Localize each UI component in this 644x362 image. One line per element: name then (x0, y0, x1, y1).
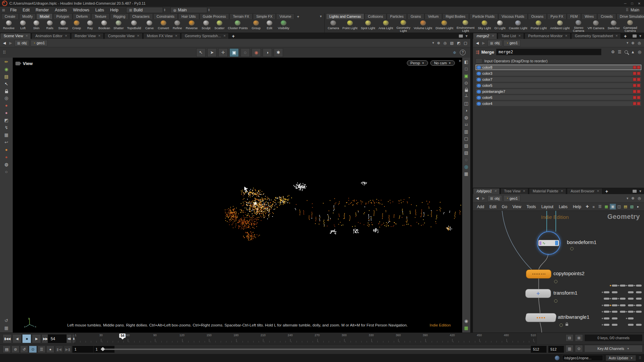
shelf-tool-topobuild[interactable]: TopoBuild (125, 19, 143, 33)
network-tab-material-palette[interactable]: Material Palette✕ (529, 188, 566, 194)
prev-key-icon[interactable]: ▮◀ (55, 346, 63, 353)
shelf-tab-rigging[interactable]: Rigging (110, 13, 129, 19)
shelf-tab-collisions[interactable]: Collisions (365, 13, 386, 19)
shelf-tool-spot-light[interactable]: Spot Light (359, 19, 377, 33)
maximize-pane-icon[interactable] (633, 35, 637, 38)
shelf-tab-drive-simulation[interactable]: Drive Simulation (616, 13, 644, 19)
stop-icon[interactable]: ■ (22, 334, 31, 343)
ring-icon[interactable]: ○ (5, 170, 8, 174)
pane-tab-composite-view[interactable]: Composite View✕ (104, 33, 143, 39)
shelf-tool-sculpt[interactable]: Sculpt (199, 19, 213, 33)
network-tab-tree-view[interactable]: Tree View✕ (500, 188, 528, 194)
global-animation-icon[interactable]: ⊙ (29, 346, 37, 353)
drag-grip-icon[interactable]: ⠿ (626, 8, 629, 12)
shelf-tool-point-light[interactable]: Point Light (341, 19, 359, 33)
shelf-tool-area-light[interactable]: Area Light (377, 19, 395, 33)
shelf-tool-creep[interactable]: Creep (70, 19, 83, 33)
shelf-tool-boolean[interactable]: Boolean (97, 19, 112, 33)
close-button[interactable]: ✕ (638, 2, 641, 5)
input-operator-row-color4[interactable]: ↑color4 (476, 101, 641, 106)
search-icon[interactable] (625, 50, 628, 54)
scene-selector[interactable]: ◎ Main (170, 7, 207, 13)
shelf-tool-rails[interactable]: Rails (43, 19, 56, 33)
shelf-tool-group[interactable]: Group (249, 19, 263, 33)
points-display-icon[interactable]: ⊙ (465, 81, 468, 85)
timeline-ruler[interactable]: 1306090120150180210240270300330360390420… (74, 333, 537, 344)
cube-icon[interactable]: ▧ (449, 41, 454, 45)
panel-toggle-icon[interactable]: ▢ (463, 41, 468, 45)
shelf-tab-oceans[interactable]: Oceans (528, 13, 547, 19)
grid-toggle-icon[interactable]: ▦ (4, 326, 8, 330)
shelf-tool-skin[interactable]: Skin (30, 19, 43, 33)
pane-grip-icon[interactable]: ⊞ (0, 8, 7, 12)
shelf-tool-geometry-light[interactable]: Geometry Light (395, 19, 412, 33)
single-view-icon[interactable]: □ (465, 67, 468, 71)
menu-labs[interactable]: Labs (92, 8, 107, 12)
close-tab-icon[interactable]: ✕ (615, 34, 618, 38)
more-arrow-icon[interactable]: ▸ (635, 204, 641, 209)
display-grid-icon[interactable]: ▦ (464, 172, 468, 176)
note-icon[interactable]: ▤ (623, 204, 629, 209)
new-network-tab-button[interactable]: + (603, 189, 610, 194)
close-tab-icon[interactable]: ✕ (175, 34, 178, 38)
snapshot-camera-icon[interactable]: ◉ (464, 319, 468, 323)
view-camera-icon[interactable]: ◉ (4, 67, 8, 72)
close-tab-icon[interactable]: ✕ (65, 34, 67, 38)
ik-tool-icon[interactable]: ↯ (5, 125, 8, 130)
annotate-pencil-icon[interactable]: ✏ (5, 60, 8, 64)
shelf-dropdown-icon[interactable]: ▼ (319, 15, 322, 18)
network-menu-edit[interactable]: Edit (487, 204, 499, 209)
maximize-pane-icon[interactable] (633, 190, 637, 193)
shelf-tool-sweep[interactable]: Sweep (56, 19, 70, 33)
pane-menu-icon[interactable]: ▼ (639, 34, 642, 38)
pane-tab-geometry-spreadsheet[interactable]: Geometry Spreadsheet✕ (571, 33, 621, 39)
lock-icon[interactable] (5, 91, 8, 93)
playback-start-field[interactable]: 1 (72, 346, 94, 353)
shelf-tab-volume[interactable]: Volume (276, 13, 294, 19)
network-menu-tools[interactable]: Tools (524, 204, 539, 209)
display-flags-icon[interactable]: ✱ (274, 48, 283, 57)
lasso-select-icon[interactable]: ◌ (240, 48, 250, 57)
forward-icon[interactable]: ▶ (8, 41, 13, 45)
shelf-tool-volume-light[interactable]: Volume Light (412, 19, 434, 33)
shelf-tab-characters[interactable]: Characters (129, 13, 153, 19)
delete-input-icon[interactable] (633, 78, 636, 81)
pane-tab-geometry-spreadsh[interactable]: Geometry Spreadsh...✕ (181, 33, 229, 39)
close-tab-icon[interactable]: ✕ (137, 34, 140, 38)
close-tab-icon[interactable]: ✕ (494, 189, 497, 193)
shelf-tab-create[interactable]: Create (1, 13, 19, 19)
render-node-path-field[interactable]: /obj/geo1/ropne... (562, 355, 603, 361)
onion-skin-icon[interactable]: ◌ (465, 158, 468, 162)
play-reverse-icon[interactable]: ◀ (12, 334, 21, 343)
disconnect-input-icon[interactable] (637, 84, 640, 87)
frame-count-icon[interactable]: 12 (465, 122, 468, 127)
context-chip[interactable]: ▦ obj (14, 40, 29, 46)
node-copytopoints2[interactable] (526, 269, 551, 279)
shade-mode-icon[interactable]: ◑ (465, 108, 468, 113)
network-menu-add[interactable]: Add (474, 204, 487, 209)
delete-input-icon[interactable] (633, 102, 636, 105)
shelf-tool-distant-light[interactable]: Distant Light (434, 19, 455, 33)
desktop-spinner[interactable]: ▲▼ (164, 8, 166, 12)
frame-range-slider[interactable] (101, 349, 535, 350)
resize-grip-icon[interactable]: ⠿ (639, 356, 641, 360)
attribwrangle1-flag[interactable] (559, 323, 563, 327)
delete-input-icon[interactable] (633, 84, 636, 87)
node-label-copytopoints2[interactable]: copytopoints2 (553, 270, 585, 276)
pane-splitter[interactable] (470, 33, 473, 333)
desktop-selector[interactable]: ⊞ Build (126, 7, 163, 13)
path-dropdown-icon[interactable]: ▼ (432, 41, 435, 45)
shelf-tab-particle-fluids[interactable]: Particle Fluids (469, 13, 498, 19)
new-pane-tab-button[interactable]: + (229, 34, 237, 39)
add-key-icon[interactable]: ⊞ (575, 334, 583, 342)
box-select-icon[interactable]: ▣ (229, 48, 239, 57)
menu-edit[interactable]: Edit (20, 8, 33, 12)
shelf-tab-fem[interactable]: FEM (567, 13, 581, 19)
key-all-channels-button[interactable]: Key All Channels ▼ (584, 345, 643, 352)
sliders-icon[interactable]: ☰ (618, 50, 622, 54)
field-guide-icon[interactable]: ▥ (464, 129, 468, 134)
transform1-flag[interactable] (554, 299, 557, 303)
shelf-tool-refine[interactable]: Refine (171, 19, 184, 33)
prev-frame-icon[interactable]: ◀▮ (66, 334, 72, 343)
two-panel-icon[interactable]: ◫ (464, 101, 468, 106)
